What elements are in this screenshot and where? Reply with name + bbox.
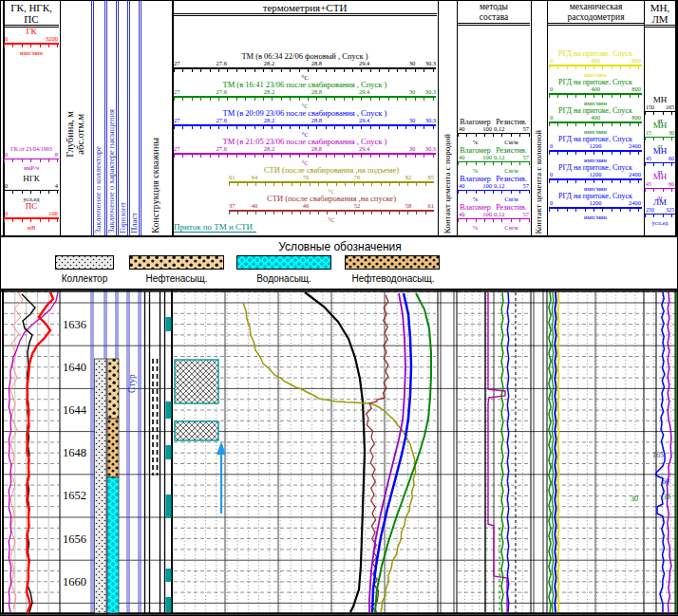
contact-casing-col: Контакт цемента с колонной <box>532 1 546 233</box>
legend: Условные обозначения Коллектор Нефтенасы… <box>1 235 678 290</box>
well-log-view: ГК, НГК, ПС ГК 03200 имп/мин ГК от 23/04… <box>0 0 678 616</box>
legend-swatch-oilwater <box>345 255 440 273</box>
thermo-row-4-line <box>174 153 436 159</box>
horizon-label: Стур <box>127 374 137 393</box>
thermo-row-6: СТИ (после свабирования ,на спуске) 3740… <box>229 195 434 223</box>
litho-col-horizon-label: Горизонт <box>119 202 127 233</box>
gk-max: 3200 <box>46 36 58 43</box>
legend-label-oilwater: Нефтеводонасыщ. <box>341 273 445 284</box>
contact-rock-label: Контакт цемента с породой <box>443 134 452 233</box>
legend-swatch-collector <box>55 255 114 273</box>
gk-curve-header: ГК 03200 имп/мин <box>4 28 59 57</box>
thermo-row-5: СТИ (после свабирования ,на подъеме) 616… <box>229 166 434 195</box>
thermo-row-3-ticks: 2727.628.228.829.43030.3 <box>174 118 436 124</box>
gk-unit: имп/мин <box>4 49 59 56</box>
thermo-row-6-label: СТИ (после свабирования ,на спуске) <box>229 195 434 203</box>
thermo-row-2-label: ТМ (в 16:41 23/06 после свабирования , С… <box>174 81 436 89</box>
thermo-row-1-label: ТМ (в 06:34 22/06 фоновый , Спуск ) <box>174 52 436 61</box>
depth-col-label: Глубина, мабс.отм.м <box>66 111 85 158</box>
ps-scale-line <box>4 217 59 224</box>
annotation-60: 60 <box>662 477 669 486</box>
thermo-row-3-label: ТМ (в 20:09 23/06 после свабирования , С… <box>174 109 436 118</box>
depth-labels: 1636 1640 1644 1648 1652 1656 1660 <box>63 318 87 588</box>
depth-label: 1640 <box>63 361 86 374</box>
depth-col-header: Глубина, мабс.отм.м <box>61 39 90 229</box>
divider <box>675 1 677 235</box>
ngk-min: 0 <box>5 183 8 190</box>
thermo-row-5-ticks: 616470768285 <box>229 175 434 181</box>
thermo-row-2-line <box>174 96 436 103</box>
thermo-title: термометрия+СТИ <box>173 2 437 16</box>
thermo-row-4: ТМ (в 21:05 23/06 после свабирования , С… <box>174 138 436 166</box>
litho-col-saturation-label: Заключение о характере насыщения <box>107 109 116 233</box>
legend-swatch-oil <box>129 255 224 273</box>
thermo-row-5-label: СТИ (после свабирования ,на подъеме) <box>229 166 434 175</box>
thermo-row-2: ТМ (в 16:41 23/06 после свабирования , С… <box>174 81 436 109</box>
annotation-30: 30 <box>631 495 638 503</box>
ps-min: 0 <box>5 211 8 217</box>
thermo-row-3-line <box>174 124 436 131</box>
ps-curve-header: ПС 0100 мВ <box>4 202 59 232</box>
rashod-row-2: РГД на притоке, Спуск 0400800 имп/мин <box>549 79 642 107</box>
gk-scale-line <box>4 43 59 49</box>
depth-label: 1636 <box>63 318 86 331</box>
thermo-row-6-unit: °C <box>229 216 434 223</box>
thermo-row-3: ТМ (в 20:09 23/06 после свабирования , С… <box>174 109 436 138</box>
depth-label: 1652 <box>63 489 86 502</box>
metody-row-2: Влагомер40100% Резистив.0,1257См/м <box>458 147 530 175</box>
track1-title: ГК, НГК, ПС <box>4 2 59 28</box>
rashod-row-6: РГД на притоке, Спуск 012002400 имп/мин <box>549 193 642 221</box>
divider <box>547 1 548 235</box>
depth-label: 1644 <box>63 403 87 417</box>
legend-label-collector: Коллектор <box>36 273 133 284</box>
thermo-row-4-label: ТМ (в 21:05 23/06 после свабирования , С… <box>174 138 436 146</box>
thermo-row-2-ticks: 2727.628.228.829.43030.3 <box>174 89 436 96</box>
contact-rock-col: Контакт цемента с породой <box>439 1 456 233</box>
metody-title: методысостава <box>458 2 530 26</box>
legend-swatch-water <box>236 255 331 273</box>
litho-col-layer: Пласт <box>128 1 141 233</box>
ngk-max: 4 <box>55 183 58 190</box>
depth-label: 1656 <box>63 532 86 546</box>
thermo-row-1-ticks: 2727.628.228.829.43030.3 <box>174 61 436 67</box>
depth-label: 1648 <box>63 446 86 459</box>
thermo-footer: Приток по ТМ и СТИ <box>174 222 256 233</box>
contact-casing-label: Контакт цемента с колонной <box>535 130 543 233</box>
rashod-row-1: РГД на притоке, Спуск 0400800 имп/мин <box>549 50 642 79</box>
annotation-165: 165 <box>652 451 664 459</box>
log-plot: 1636 1640 1644 1648 1652 1656 1660 Стур … <box>1 290 678 616</box>
thermo-row-1-line <box>174 67 436 74</box>
ps-unit: мВ <box>4 224 59 231</box>
rashod-row-5: РГД на притоке, Спуск 012002400 имп/мин <box>549 164 642 193</box>
metody-row-4: Влагомер40100% Резистив.0,1257См/м <box>458 204 530 232</box>
thermo-row-1: ТМ (в 06:34 22/06 фоновый , Спуск ) 2727… <box>174 52 436 81</box>
mnlm-title: МН,ЛМ <box>645 2 675 28</box>
litho-col-collector: Заключение о коллекторе <box>92 1 104 233</box>
gk93-curve-header: ГК от 23/04/1993 08 мкР/ч <box>4 146 59 171</box>
litho-col-construction-label: Конструкция скважины <box>151 138 160 233</box>
rashod-row-4: РГД на притоке, Спуск 012002400 имп/мин <box>549 136 642 164</box>
mnlm-row-5: ЛМ 250325 усл.ед <box>645 198 675 227</box>
legend-label-oil: Нефтенасыщ. <box>128 273 225 284</box>
thermo-row-4-ticks: 2727.628.228.829.43030.3 <box>174 146 436 153</box>
ngk-label: НГК <box>4 175 59 183</box>
inflow-marks <box>166 317 227 612</box>
thermo-row-5-line <box>229 181 434 188</box>
litho-col-layer-label: Пласт <box>130 213 139 233</box>
metody-row-3: Влагомер40100% Резистив.0,1257См/м <box>458 176 530 203</box>
legend-label-water: Водонасыщ. <box>235 273 332 284</box>
lithology-fills <box>95 359 120 613</box>
ps-max: 100 <box>48 211 58 217</box>
well-construction <box>145 291 165 613</box>
thermo-row-6-ticks: 374046525861 <box>229 203 434 210</box>
metody-row-1: Влагомер40100% Резистив.0,1257См/м <box>458 119 530 146</box>
ngk-curve-header: НГК 04 усл.ед <box>4 175 59 203</box>
legend-title: Условные обозначения <box>1 240 678 253</box>
annotation-30b: 30 <box>663 493 670 501</box>
depth-label: 1660 <box>63 575 86 588</box>
litho-col-collector-label: Заключение о коллекторе <box>94 146 103 233</box>
litho-col-construction: Конструкция скважины <box>141 1 170 233</box>
thermo-row-6-line <box>229 210 434 216</box>
gk93-max: 8 <box>55 152 58 159</box>
rashod-row-3: РГД на притоке, Спуск 0400800 имп/мин <box>549 107 642 136</box>
